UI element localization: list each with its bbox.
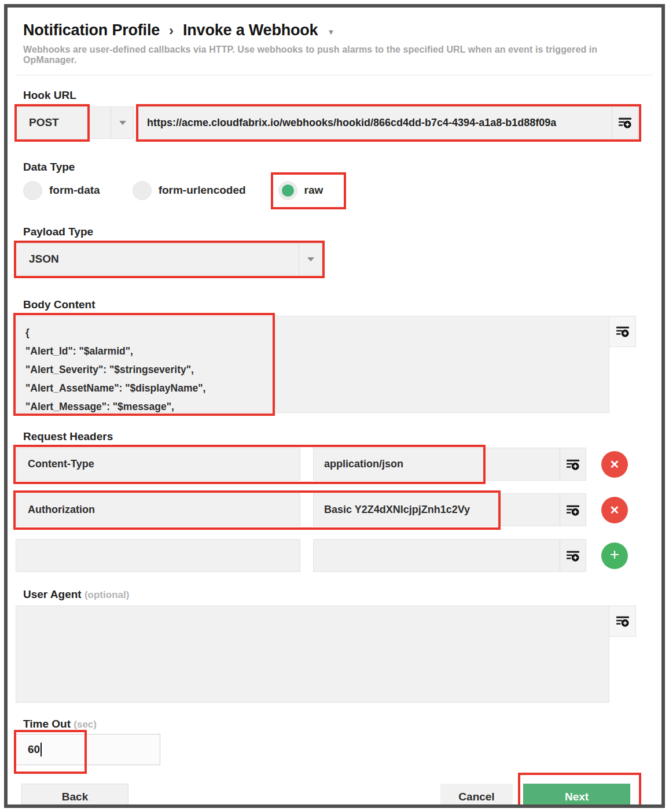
breadcrumb-separator-icon: › [168,23,175,39]
payload-caret-cell[interactable] [299,243,322,275]
profile-type-dropdown[interactable]: Invoke a Webhook [183,21,318,39]
body-content-section: Body Content { "Alert_Id": "$alarmid", "… [16,298,653,413]
breadcrumb-notification-profile: Notification Profile [23,21,160,39]
macros-icon [618,116,632,129]
header-value-text: Basic Y2Z4dXNlcjpjZnh1c2Vy [314,504,560,516]
radio-circle-selected-icon[interactable] [278,181,297,200]
user-agent-macros-button[interactable] [609,606,636,637]
header-row-3: + [16,539,653,572]
header-name-input[interactable]: Authorization [16,493,300,526]
body-content-label: Body Content [23,298,653,311]
macros-icon [566,504,580,516]
radio-raw[interactable]: raw [278,181,324,200]
action-button-row: Back Cancel Next [16,784,653,808]
user-agent-section: User Agent (optional) [16,588,653,703]
hook-url-input[interactable]: https://acme.cloudfabrix.io/webhooks/hoo… [138,106,638,139]
add-header-button[interactable]: + [601,542,628,569]
close-icon: ✕ [610,457,620,471]
header-macros-button[interactable] [560,540,586,571]
header-row-1: Content-Type application/json ✕ [16,448,653,481]
time-out-unit-hint: (sec) [73,719,97,730]
radio-form-data[interactable]: form-data [23,181,100,200]
data-type-label: Data Type [23,161,653,174]
chevron-down-icon [307,257,314,261]
user-agent-optional-hint: (optional) [84,589,129,600]
text-cursor [41,743,42,756]
payload-type-section: Payload Type JSON [16,226,653,275]
time-out-input[interactable]: 60 [16,734,160,765]
user-agent-textarea[interactable] [16,606,609,703]
header-value-text: application/json [314,458,560,470]
header-value-input[interactable] [313,539,586,572]
radio-label: raw [304,184,324,197]
payload-type-label: Payload Type [23,226,653,238]
header-name-input[interactable] [16,539,300,572]
payload-type-select[interactable]: JSON [16,243,322,275]
radio-form-urlencoded[interactable]: form-urlencoded [133,181,246,200]
header-value-input[interactable]: Basic Y2Z4dXNlcjpjZnh1c2Vy [313,493,586,526]
macros-icon [566,458,580,471]
http-method-select[interactable]: POST [16,106,134,139]
request-headers-label: Request Headers [23,430,653,443]
user-agent-label-text: User Agent [23,588,82,600]
next-button[interactable]: Next [523,784,630,808]
header-name-input[interactable]: Content-Type [16,448,300,481]
hook-url-section: Hook URL POST https://acme.cloudfabrix.i… [16,89,653,139]
header-row-2: Authorization Basic Y2Z4dXNlcjpjZnh1c2Vy [16,493,653,526]
header-value-input[interactable]: application/json [313,448,586,481]
http-method-value: POST [16,116,111,129]
header-macros-button[interactable] [560,448,586,480]
breadcrumb: Notification Profile › Invoke a Webhook … [23,21,653,39]
macros-icon [616,615,630,628]
macros-icon [566,549,580,562]
payload-type-value: JSON [16,253,299,265]
screenshot-frame: Notification Profile › Invoke a Webhook … [4,4,665,808]
plus-icon: + [610,545,619,564]
remove-header-button[interactable]: ✕ [601,497,628,523]
page-header: Notification Profile › Invoke a Webhook … [16,21,653,75]
header-macros-button[interactable] [560,494,586,526]
data-type-section: Data Type form-data form-urlencoded raw [16,161,653,201]
radio-circle-icon[interactable] [23,181,42,200]
annotation-box [14,730,87,774]
macros-icon [616,325,630,338]
method-caret-cell[interactable] [111,107,134,138]
time-out-label-text: Time Out [23,718,71,730]
chevron-down-icon [119,121,126,125]
cancel-button[interactable]: Cancel [440,784,513,808]
time-out-label: Time Out (sec) [23,718,653,730]
body-macros-button[interactable] [609,316,636,347]
close-icon: ✕ [610,503,620,517]
user-agent-label: User Agent (optional) [23,588,653,601]
radio-circle-icon[interactable] [133,181,152,200]
url-macros-button[interactable] [612,107,638,138]
hook-url-label: Hook URL [23,89,653,102]
request-headers-section: Request Headers Content-Type application… [16,430,653,572]
remove-header-button[interactable]: ✕ [601,451,628,478]
time-out-value: 60 [28,743,40,756]
body-content-textarea[interactable]: { "Alert_Id": "$alarmid", "Alert_Severit… [16,316,609,413]
time-out-section: Time Out (sec) 60 [16,718,653,765]
webhook-description: Webhooks are user-defined callbacks via … [23,45,653,65]
chevron-down-icon[interactable]: ▼ [327,28,334,36]
back-button[interactable]: Back [21,784,128,808]
radio-label: form-urlencoded [159,184,246,197]
hook-url-value: https://acme.cloudfabrix.io/webhooks/hoo… [139,117,612,129]
radio-label: form-data [49,184,100,197]
